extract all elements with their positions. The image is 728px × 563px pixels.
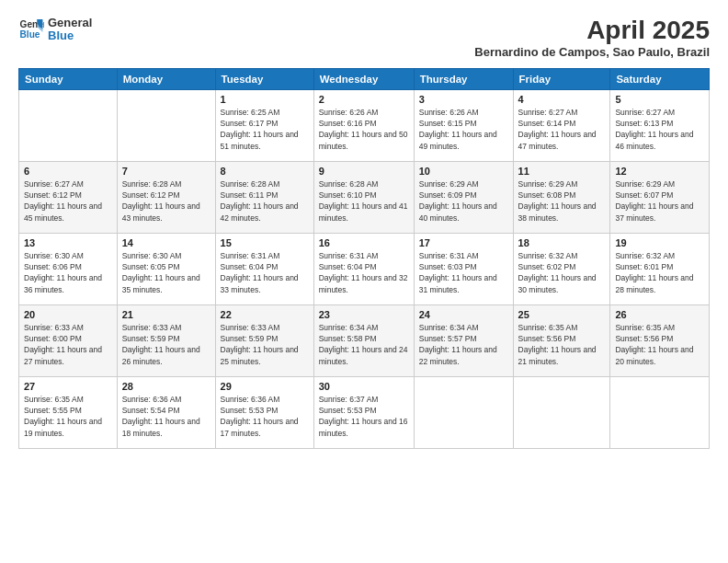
calendar-cell: 3Sunrise: 6:26 AMSunset: 6:15 PMDaylight…: [414, 89, 513, 161]
day-info: Sunrise: 6:32 AMSunset: 6:01 PMDaylight:…: [615, 250, 704, 295]
calendar-cell: 24Sunrise: 6:34 AMSunset: 5:57 PMDayligh…: [414, 304, 513, 376]
calendar-cell: 29Sunrise: 6:36 AMSunset: 5:53 PMDayligh…: [215, 376, 313, 448]
calendar-cell: [19, 89, 118, 161]
day-number: 28: [122, 381, 210, 392]
calendar-cell: 10Sunrise: 6:29 AMSunset: 6:09 PMDayligh…: [414, 161, 513, 233]
logo: General Blue General Blue: [18, 17, 92, 43]
calendar-cell: 25Sunrise: 6:35 AMSunset: 5:56 PMDayligh…: [513, 304, 610, 376]
day-info: Sunrise: 6:36 AMSunset: 5:53 PMDaylight:…: [221, 394, 309, 439]
day-number: 26: [615, 309, 704, 320]
logo-line1: General: [48, 17, 92, 29]
day-info: Sunrise: 6:31 AMSunset: 6:03 PMDaylight:…: [419, 250, 508, 295]
header: General Blue General Blue April 2025 Ber…: [18, 17, 710, 59]
day-number: 3: [419, 94, 508, 105]
calendar-week-3: 13Sunrise: 6:30 AMSunset: 6:06 PMDayligh…: [19, 233, 710, 304]
calendar-cell: 20Sunrise: 6:33 AMSunset: 6:00 PMDayligh…: [19, 304, 118, 376]
day-number: 12: [615, 166, 704, 177]
calendar-week-4: 20Sunrise: 6:33 AMSunset: 6:00 PMDayligh…: [19, 304, 710, 376]
day-info: Sunrise: 6:26 AMSunset: 6:16 PMDaylight:…: [319, 107, 409, 152]
subtitle: Bernardino de Campos, Sao Paulo, Brazil: [474, 45, 710, 59]
calendar-cell: 13Sunrise: 6:30 AMSunset: 6:06 PMDayligh…: [19, 233, 118, 304]
day-info: Sunrise: 6:37 AMSunset: 5:53 PMDaylight:…: [319, 394, 409, 439]
calendar: Sunday Monday Tuesday Wednesday Thursday…: [18, 68, 710, 449]
calendar-cell: 16Sunrise: 6:31 AMSunset: 6:04 PMDayligh…: [313, 233, 414, 304]
calendar-cell: 14Sunrise: 6:30 AMSunset: 6:05 PMDayligh…: [117, 233, 215, 304]
calendar-cell: 12Sunrise: 6:29 AMSunset: 6:07 PMDayligh…: [610, 161, 710, 233]
day-info: Sunrise: 6:25 AMSunset: 6:17 PMDaylight:…: [221, 107, 309, 152]
calendar-cell: 6Sunrise: 6:27 AMSunset: 6:12 PMDaylight…: [19, 161, 118, 233]
calendar-cell: 4Sunrise: 6:27 AMSunset: 6:14 PMDaylight…: [513, 89, 610, 161]
day-info: Sunrise: 6:35 AMSunset: 5:56 PMDaylight:…: [615, 322, 704, 367]
col-tuesday: Tuesday: [215, 68, 313, 89]
day-info: Sunrise: 6:34 AMSunset: 5:57 PMDaylight:…: [419, 322, 508, 367]
logo-line2: Blue: [48, 29, 92, 42]
day-number: 9: [319, 166, 409, 177]
calendar-cell: [117, 89, 215, 161]
calendar-cell: 30Sunrise: 6:37 AMSunset: 5:53 PMDayligh…: [313, 376, 414, 448]
day-number: 6: [24, 166, 112, 177]
calendar-week-5: 27Sunrise: 6:35 AMSunset: 5:55 PMDayligh…: [19, 376, 710, 448]
calendar-cell: 26Sunrise: 6:35 AMSunset: 5:56 PMDayligh…: [610, 304, 710, 376]
day-info: Sunrise: 6:29 AMSunset: 6:08 PMDaylight:…: [518, 178, 606, 224]
day-number: 2: [319, 94, 409, 105]
day-number: 11: [518, 166, 606, 177]
calendar-cell: 9Sunrise: 6:28 AMSunset: 6:10 PMDaylight…: [313, 161, 414, 233]
calendar-cell: [610, 376, 710, 448]
day-info: Sunrise: 6:34 AMSunset: 5:58 PMDaylight:…: [319, 322, 409, 367]
day-info: Sunrise: 6:33 AMSunset: 5:59 PMDaylight:…: [221, 322, 309, 367]
calendar-cell: [414, 376, 513, 448]
day-number: 18: [518, 237, 606, 248]
day-number: 25: [518, 309, 606, 320]
day-info: Sunrise: 6:31 AMSunset: 6:04 PMDaylight:…: [319, 250, 409, 295]
col-saturday: Saturday: [610, 68, 710, 89]
calendar-cell: 28Sunrise: 6:36 AMSunset: 5:54 PMDayligh…: [117, 376, 215, 448]
day-info: Sunrise: 6:28 AMSunset: 6:10 PMDaylight:…: [319, 178, 409, 224]
calendar-cell: 21Sunrise: 6:33 AMSunset: 5:59 PMDayligh…: [117, 304, 215, 376]
calendar-cell: 18Sunrise: 6:32 AMSunset: 6:02 PMDayligh…: [513, 233, 610, 304]
day-number: 15: [221, 237, 309, 248]
calendar-week-2: 6Sunrise: 6:27 AMSunset: 6:12 PMDaylight…: [19, 161, 710, 233]
day-number: 24: [419, 309, 508, 320]
calendar-cell: 27Sunrise: 6:35 AMSunset: 5:55 PMDayligh…: [19, 376, 118, 448]
calendar-cell: 23Sunrise: 6:34 AMSunset: 5:58 PMDayligh…: [313, 304, 414, 376]
page: General Blue General Blue April 2025 Ber…: [0, 0, 728, 563]
calendar-header-row: Sunday Monday Tuesday Wednesday Thursday…: [19, 68, 710, 89]
day-number: 1: [221, 94, 309, 105]
day-info: Sunrise: 6:28 AMSunset: 6:11 PMDaylight:…: [221, 178, 309, 224]
day-info: Sunrise: 6:33 AMSunset: 6:00 PMDaylight:…: [24, 322, 112, 367]
day-info: Sunrise: 6:33 AMSunset: 5:59 PMDaylight:…: [122, 322, 210, 367]
day-number: 14: [122, 237, 210, 248]
day-number: 16: [319, 237, 409, 248]
day-info: Sunrise: 6:27 AMSunset: 6:14 PMDaylight:…: [518, 107, 606, 152]
day-number: 20: [24, 309, 112, 320]
day-number: 17: [419, 237, 508, 248]
logo-icon: General Blue: [18, 17, 44, 42]
calendar-cell: 5Sunrise: 6:27 AMSunset: 6:13 PMDaylight…: [610, 89, 710, 161]
col-friday: Friday: [513, 68, 610, 89]
col-monday: Monday: [117, 68, 215, 89]
day-number: 27: [24, 381, 112, 392]
calendar-cell: 8Sunrise: 6:28 AMSunset: 6:11 PMDaylight…: [215, 161, 313, 233]
svg-text:Blue: Blue: [20, 30, 40, 40]
day-number: 10: [419, 166, 508, 177]
day-number: 23: [319, 309, 409, 320]
day-info: Sunrise: 6:27 AMSunset: 6:13 PMDaylight:…: [615, 107, 704, 152]
day-number: 30: [319, 381, 409, 392]
title-block: April 2025 Bernardino de Campos, Sao Pau…: [474, 17, 710, 59]
day-info: Sunrise: 6:29 AMSunset: 6:07 PMDaylight:…: [615, 178, 704, 224]
day-info: Sunrise: 6:29 AMSunset: 6:09 PMDaylight:…: [419, 178, 508, 224]
day-info: Sunrise: 6:32 AMSunset: 6:02 PMDaylight:…: [518, 250, 606, 295]
col-wednesday: Wednesday: [313, 68, 414, 89]
day-info: Sunrise: 6:36 AMSunset: 5:54 PMDaylight:…: [122, 394, 210, 439]
day-number: 29: [221, 381, 309, 392]
day-number: 5: [615, 94, 704, 105]
day-info: Sunrise: 6:30 AMSunset: 6:05 PMDaylight:…: [122, 250, 210, 295]
calendar-cell: 1Sunrise: 6:25 AMSunset: 6:17 PMDaylight…: [215, 89, 313, 161]
calendar-cell: 15Sunrise: 6:31 AMSunset: 6:04 PMDayligh…: [215, 233, 313, 304]
day-info: Sunrise: 6:30 AMSunset: 6:06 PMDaylight:…: [24, 250, 112, 295]
day-number: 21: [122, 309, 210, 320]
day-info: Sunrise: 6:35 AMSunset: 5:55 PMDaylight:…: [24, 394, 112, 439]
day-info: Sunrise: 6:27 AMSunset: 6:12 PMDaylight:…: [24, 178, 112, 224]
calendar-cell: 2Sunrise: 6:26 AMSunset: 6:16 PMDaylight…: [313, 89, 414, 161]
col-sunday: Sunday: [19, 68, 118, 89]
